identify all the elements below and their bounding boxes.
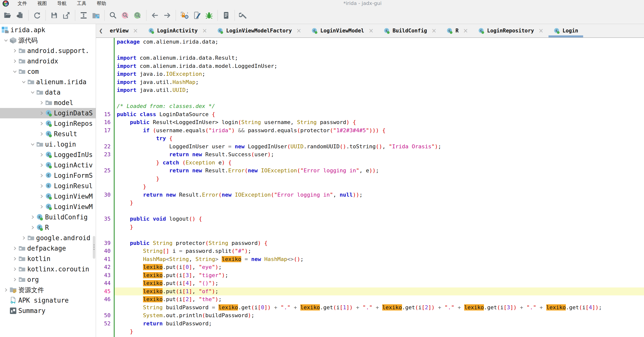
- code-line[interactable]: 41 HashMap<String, String> lexiko = new …: [96, 255, 644, 263]
- tree-item-org[interactable]: org: [0, 274, 96, 285]
- tree-item-资源文件[interactable]: 资源文件: [0, 285, 96, 295]
- tree-item-LoginActiv[interactable]: cLoginActiv: [0, 160, 96, 170]
- close-icon[interactable]: ×: [369, 27, 374, 34]
- code-line[interactable]: 25 return new Result.Error(new IOExcepti…: [96, 167, 644, 175]
- code-line[interactable]: }: [96, 175, 644, 183]
- code-line[interactable]: /* Loaded from: classes.dex */: [96, 102, 644, 110]
- show-packages-icon[interactable]: [90, 9, 102, 22]
- add-files-icon[interactable]: [14, 9, 26, 22]
- chevron-collapsed-icon[interactable]: [29, 214, 36, 220]
- reload-icon[interactable]: [31, 9, 43, 22]
- tree-item-LoginRepos[interactable]: cLoginRepos: [0, 118, 96, 129]
- preferences-icon[interactable]: [237, 9, 250, 22]
- export-icon[interactable]: [60, 9, 73, 22]
- code-line[interactable]: }: [96, 223, 644, 231]
- chevron-collapsed-icon[interactable]: [38, 121, 45, 126]
- chevron-expanded-icon[interactable]: [29, 90, 36, 95]
- tab-LoginActivity[interactable]: cLoginActivity×: [143, 24, 212, 37]
- back-icon[interactable]: [149, 9, 161, 22]
- chevron-collapsed-icon[interactable]: [38, 152, 45, 157]
- chevron-collapsed-icon[interactable]: [12, 256, 18, 261]
- chevron-collapsed-icon[interactable]: [12, 266, 18, 272]
- tree-item-model[interactable]: model: [0, 98, 96, 108]
- tree-item-LoginViewM[interactable]: cLoginViewM: [0, 191, 96, 202]
- class-search-icon[interactable]: [132, 9, 144, 22]
- tree-item-R[interactable]: cR: [0, 222, 96, 233]
- tab-R[interactable]: cR×: [441, 24, 473, 37]
- tree-item-androidx[interactable]: androidx: [0, 56, 96, 66]
- code-line[interactable]: 22 LoggedInUser user = new LoggedInUser(…: [96, 143, 644, 151]
- chevron-expanded-icon[interactable]: [20, 79, 27, 85]
- chevron-collapsed-icon[interactable]: [38, 173, 45, 178]
- code-line[interactable]: import java.util.HashMap;: [96, 78, 644, 86]
- code-line[interactable]: 52 return buildPassword;: [96, 320, 644, 328]
- close-icon[interactable]: ×: [538, 27, 543, 34]
- code-line[interactable]: [96, 94, 644, 103]
- code-line[interactable]: 23 return new Result.Success(user);: [96, 151, 644, 159]
- chevron-collapsed-icon[interactable]: [12, 59, 18, 64]
- code-line[interactable]: 42 lexiko.put(i[0], "eye");: [96, 263, 644, 271]
- tab-LoginViewModel[interactable]: cLoginViewModel×: [306, 24, 378, 37]
- chevron-collapsed-icon[interactable]: [38, 204, 45, 209]
- tab-Login[interactable]: cLogin: [548, 24, 583, 37]
- tree-item-defpackage[interactable]: defpackage: [0, 243, 96, 253]
- tree-item-LoginViewM[interactable]: cLoginViewM: [0, 202, 96, 212]
- tree-item-LoggedInUs[interactable]: cLoggedInUs: [0, 150, 96, 160]
- tab-LoginRepository[interactable]: cLoginRepository×: [473, 24, 548, 37]
- menu-view[interactable]: 视图: [32, 0, 52, 7]
- chevron-expanded-icon[interactable]: [2, 38, 10, 43]
- code-line[interactable]: try {: [96, 134, 644, 143]
- menu-help[interactable]: 帮助: [92, 0, 111, 7]
- code-line[interactable]: } catch (Exception e) {: [96, 159, 644, 167]
- forward-icon[interactable]: [161, 9, 174, 22]
- quark-device-icon[interactable]: [190, 9, 203, 22]
- code-line[interactable]: }: [96, 183, 644, 191]
- chevron-collapsed-icon[interactable]: [38, 100, 45, 106]
- tab-BuildConfig[interactable]: cBuildConfig×: [378, 24, 441, 37]
- deobfuscation-icon[interactable]: [178, 9, 190, 22]
- chevron-collapsed-icon[interactable]: [38, 194, 45, 199]
- chevron-expanded-icon[interactable]: [12, 69, 18, 74]
- code-line[interactable]: }: [96, 199, 644, 207]
- code-line[interactable]: package com.alienum.irida.data;: [96, 38, 644, 46]
- tree-item-android.support.[interactable]: android.support.: [0, 46, 96, 56]
- tree-item-源代码[interactable]: 源代码: [0, 35, 96, 46]
- tree-item-irida.apk[interactable]: irida.apk: [0, 25, 96, 35]
- chevron-collapsed-icon[interactable]: [2, 287, 10, 293]
- code-line[interactable]: 40 String[] i = password.split("#");: [96, 247, 644, 255]
- menu-file[interactable]: 文件: [12, 0, 32, 7]
- code-line[interactable]: 45 lexiko.put(i[1], "of");: [96, 287, 644, 296]
- code-line[interactable]: [96, 46, 644, 54]
- tree-item-kotlin[interactable]: kotlin: [0, 253, 96, 264]
- chevron-collapsed-icon[interactable]: [12, 48, 18, 54]
- code-line[interactable]: import com.alienum.irida.data.model.Logg…: [96, 62, 644, 70]
- code-line[interactable]: import java.io.IOException;: [96, 70, 644, 78]
- tree-item-data[interactable]: data: [0, 87, 96, 98]
- tab-LoginViewModelFactory[interactable]: cLoginViewModelFactory×: [212, 24, 306, 37]
- chevron-expanded-icon[interactable]: [29, 142, 36, 147]
- menu-tools[interactable]: 工具: [72, 0, 92, 7]
- code-line[interactable]: import java.util.UUID;: [96, 86, 644, 94]
- chevron-collapsed-icon[interactable]: [12, 277, 18, 282]
- menu-navigation[interactable]: 导航: [52, 0, 72, 7]
- code-line[interactable]: 15public class LoginDataSource {: [96, 110, 644, 119]
- code-line[interactable]: 35 public void logout() {: [96, 215, 644, 223]
- chevron-collapsed-icon[interactable]: [12, 246, 18, 251]
- tree-item-google.android[interactable]: google.android: [0, 233, 96, 243]
- close-icon[interactable]: ×: [432, 27, 436, 34]
- tree-item-com[interactable]: com: [0, 66, 96, 77]
- code-line[interactable]: import com.alienum.irida.data.Result;: [96, 54, 644, 62]
- tree-scrollbar-thumb[interactable]: [93, 236, 95, 259]
- search-icon[interactable]: [107, 9, 119, 22]
- code-line[interactable]: 17 if (username.equals("irida") && passw…: [96, 127, 644, 135]
- flatten-packages-icon[interactable]: [78, 9, 90, 22]
- tree-item-LoginFormS[interactable]: cLoginFormS: [0, 170, 96, 181]
- open-file-icon[interactable]: [2, 9, 14, 22]
- tree-item-APK signature[interactable]: APK signature: [0, 295, 96, 305]
- code-line[interactable]: 39 public String protector(String passwo…: [96, 239, 644, 247]
- code-line[interactable]: 16 public Result<LoggedInUser> login(Str…: [96, 118, 644, 127]
- tree-item-Summary[interactable]: Summary: [0, 305, 96, 316]
- save-all-icon[interactable]: [48, 9, 60, 22]
- debugger-icon[interactable]: [203, 9, 215, 22]
- code-line[interactable]: 46 lexiko.put(i[2], "the");: [96, 295, 644, 303]
